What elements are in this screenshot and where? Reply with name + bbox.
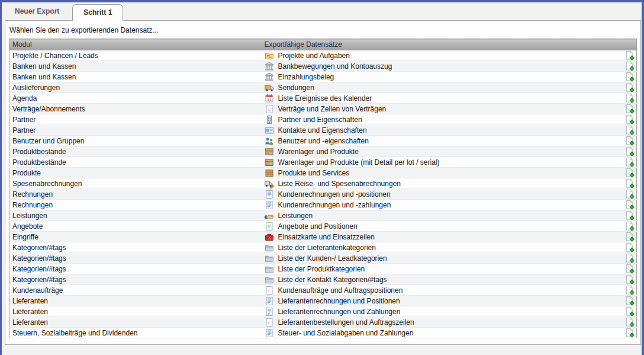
module-cell: Partner <box>9 125 262 136</box>
supplier-invoice-icon <box>265 307 274 316</box>
module-cell: Kundenaufträge <box>9 285 262 296</box>
dataset-cell: Steuer- und Sozialabgaben und Zahlungen <box>262 328 622 338</box>
add-export-document-icon[interactable] <box>624 274 635 284</box>
supplier-order-icon <box>265 318 274 327</box>
add-export-document-icon[interactable] <box>624 232 635 242</box>
table-header-row: Modul Exportfähige Datensätze <box>9 39 637 50</box>
add-export-document-icon[interactable] <box>624 178 635 188</box>
dataset-cell: Liste der Kontakt Kategorien/#tags <box>262 274 622 285</box>
table-row: Produkte Produkte und Services <box>9 168 637 178</box>
module-cell: Angebote <box>9 221 262 232</box>
action-cell <box>622 274 637 285</box>
table-row: Rechnungen Kundenrechnungen und -positio… <box>9 189 637 200</box>
table-row: Auslieferungen Sendungen <box>9 82 637 93</box>
add-export-document-icon[interactable] <box>624 93 635 103</box>
table-row: Eingriffe Einsatzkarte und Einsatzzeilen <box>9 232 637 242</box>
dataset-label: Kundenaufträge und Auftragspositionen <box>278 286 403 295</box>
dataset-cell: Warenlager und Produkte (mit Detail per … <box>262 157 622 168</box>
table-row: Produktbestände Warenlager und Produkte … <box>9 157 637 168</box>
table-row: Kategorien/#tags Liste der Kontakt Kateg… <box>9 274 637 285</box>
truck-icon <box>265 83 274 92</box>
add-export-document-icon[interactable] <box>624 200 635 210</box>
add-export-document-icon[interactable] <box>624 296 635 306</box>
invoice-icon <box>265 190 274 199</box>
add-export-document-icon[interactable] <box>624 72 635 82</box>
action-cell <box>622 178 637 189</box>
stock-icon <box>265 158 274 167</box>
add-export-document-icon[interactable] <box>624 285 635 295</box>
add-export-document-icon[interactable] <box>624 50 635 60</box>
table-row: Leistungen Leistungen <box>9 210 637 221</box>
action-cell <box>622 264 637 274</box>
calendar-icon <box>265 94 274 103</box>
add-export-document-icon[interactable] <box>624 114 635 124</box>
dataset-cell: Liste der Kunden-/ Leadkategorien <box>262 253 622 264</box>
add-export-document-icon[interactable] <box>624 61 635 71</box>
table-row: Partner Partner und Eigenschaften <box>9 114 637 125</box>
export-step-panel: Wählen Sie den zu exportierenden Datensa… <box>5 20 641 345</box>
module-cell: Produktbestände <box>9 146 262 157</box>
proposal-icon <box>265 222 274 231</box>
table-row: Spesenabrechnungen Liste Reise- und Spes… <box>9 178 637 189</box>
add-export-document-icon[interactable] <box>624 146 635 156</box>
table-row: Lieferanten Lieferantenrechnungen und Po… <box>9 296 637 306</box>
category-folder-icon <box>265 243 274 252</box>
table-row: Rechnungen Kundenrechnungen und -zahlung… <box>9 200 637 210</box>
tab-schritt-1[interactable]: Schritt 1 <box>72 4 123 21</box>
module-cell: Benutzer und Gruppen <box>9 136 262 146</box>
dataset-cell: Lieferantenbestellungen und Auftragszeil… <box>262 317 622 328</box>
add-export-document-icon[interactable] <box>624 242 635 252</box>
category-folder-icon <box>265 264 274 274</box>
add-export-document-icon[interactable] <box>624 104 635 114</box>
module-cell: Kategorien/#tags <box>9 253 262 264</box>
add-export-document-icon[interactable] <box>624 136 635 146</box>
action-cell <box>622 285 637 296</box>
action-cell <box>622 221 637 232</box>
dataset-cell: Benutzer und -eigenschaften <box>262 136 622 146</box>
table-row: Steuern, Sozialbeiträge und Dividenden S… <box>9 328 637 338</box>
table-row: Lieferanten Lieferantenrechnungen und Za… <box>9 306 637 317</box>
module-cell: Kategorien/#tags <box>9 264 262 274</box>
module-cell: Kategorien/#tags <box>9 274 262 285</box>
add-export-document-icon[interactable] <box>624 82 635 92</box>
table-row: Kundenaufträge Kundenaufträge und Auftra… <box>9 285 637 296</box>
add-export-document-icon[interactable] <box>624 189 635 199</box>
module-cell: Steuern, Sozialbeiträge und Dividenden <box>9 328 262 338</box>
dataset-cell: Lieferantenrechnungen und Zahlungen <box>262 306 622 317</box>
add-export-document-icon[interactable] <box>624 317 635 327</box>
add-export-document-icon[interactable] <box>624 168 635 178</box>
dataset-label: Steuer- und Sozialabgaben und Zahlungen <box>278 329 414 337</box>
add-export-document-icon[interactable] <box>624 328 635 338</box>
add-export-document-icon[interactable] <box>624 221 635 231</box>
category-folder-icon <box>265 275 274 284</box>
dataset-label: Produkte und Services <box>278 169 350 177</box>
export-table-body: Projekte / Chancen / Leads Projekte und … <box>9 50 637 338</box>
add-export-document-icon[interactable] <box>624 157 635 167</box>
action-cell <box>622 253 637 264</box>
dataset-cell: Bankbewegungen und Kontoauszug <box>262 61 622 72</box>
module-cell: Kategorien/#tags <box>9 242 262 253</box>
toolbox-icon <box>265 232 274 242</box>
module-cell: Lieferanten <box>9 296 262 306</box>
table-row: Banken und Kassen Bankbewegungen und Kon… <box>9 61 637 72</box>
add-export-document-icon[interactable] <box>624 264 635 274</box>
module-cell: Leistungen <box>9 210 262 221</box>
trip-truck-icon <box>265 179 274 188</box>
action-cell <box>622 72 637 82</box>
dataset-label: Lieferantenbestellungen und Auftragszeil… <box>278 318 414 327</box>
add-export-document-icon[interactable] <box>624 306 635 316</box>
dataset-label: Angebote und Positionen <box>278 222 358 231</box>
add-export-document-icon[interactable] <box>624 253 635 263</box>
module-cell: Produktbestände <box>9 157 262 168</box>
table-row: Kategorien/#tags Liste der Lieferantenka… <box>9 242 637 253</box>
add-export-document-icon[interactable] <box>624 125 635 135</box>
action-cell <box>622 189 637 200</box>
dataset-label: Einzahlungsbeleg <box>278 73 334 81</box>
action-cell <box>622 82 637 93</box>
column-header-datasets: Exportfähige Datensätze <box>262 39 622 50</box>
add-export-document-icon[interactable] <box>624 210 635 220</box>
tab-neuer-export[interactable]: Neuer Export <box>14 4 65 20</box>
category-folder-icon <box>265 254 274 263</box>
dataset-label: Lieferantenrechnungen und Zahlungen <box>278 308 401 316</box>
action-cell <box>622 114 637 125</box>
